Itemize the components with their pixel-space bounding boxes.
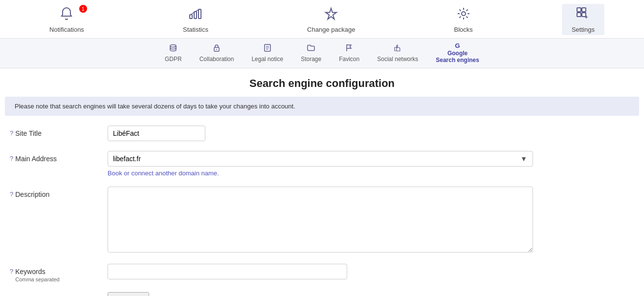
nav-blocks[interactable]: Blocks (444, 4, 483, 35)
subnav-gdpr-label: GDPR (165, 56, 182, 63)
site-title-label: ? Site Title (10, 126, 108, 137)
svg-rect-4 (577, 8, 581, 12)
thumb-icon (393, 43, 402, 55)
keywords-row: ? Keywords Comma separated (10, 264, 634, 282)
svg-rect-1 (194, 12, 197, 19)
logo-row: ? Logo Parcourir... Aucun fichier sélect… (10, 292, 634, 296)
description-help-icon[interactable]: ? (10, 190, 13, 198)
settings-grid-icon (575, 6, 591, 25)
description-textarea[interactable] (108, 187, 533, 253)
folder-icon (307, 43, 315, 55)
keywords-field (108, 264, 634, 279)
nav-statistics-label: Statistics (183, 26, 208, 33)
nav-change-package-label: Change package (307, 26, 355, 33)
svg-point-11 (216, 49, 217, 50)
notice-bar: Please note that search engines will tak… (5, 97, 639, 116)
keywords-input[interactable] (108, 264, 347, 279)
gear-icon (456, 6, 471, 25)
form-container: ? Site Title ? Main Address libefact.fr … (0, 126, 644, 296)
subnav-google-search-engines[interactable]: G GoogleSearch engines (427, 41, 488, 66)
svg-point-9 (170, 45, 176, 47)
keywords-help-icon[interactable]: ? (10, 268, 13, 275)
site-title-field (108, 126, 634, 141)
main-address-field: libefact.fr ▼ Book or connect another do… (108, 151, 634, 177)
main-address-select[interactable]: libefact.fr (108, 151, 533, 167)
google-icon: G (455, 42, 460, 49)
subnav-google-label: GoogleSearch engines (436, 50, 479, 64)
file-browse-row: Parcourir... Aucun fichier sélectionné. (108, 292, 634, 296)
keywords-sub-label: Comma separated (15, 276, 60, 282)
subnav-storage-label: Storage (301, 56, 321, 63)
subnav-collaboration-label: Collaboration (200, 56, 234, 63)
svg-point-8 (586, 17, 587, 18)
page-title: Search engine configuration (0, 68, 644, 97)
site-title-help-icon[interactable]: ? (10, 129, 13, 137)
nav-settings-label: Settings (572, 26, 595, 33)
bell-icon (59, 6, 74, 25)
description-label: ? Description (10, 187, 108, 198)
subnav-collaboration[interactable]: Collaboration (191, 42, 243, 64)
subnav-gdpr[interactable]: GDPR (156, 42, 191, 64)
subnav-legal-notice-label: Legal notice (251, 56, 283, 63)
star-icon (323, 6, 339, 25)
doc-icon (263, 43, 272, 55)
nav-blocks-label: Blocks (454, 26, 473, 33)
site-title-input[interactable] (108, 126, 205, 141)
nav-statistics[interactable]: Statistics (173, 4, 218, 35)
svg-rect-5 (582, 8, 586, 12)
book-domain-link[interactable]: Book or connect another domain name. (108, 169, 219, 177)
svg-rect-6 (577, 13, 581, 17)
nav-change-package[interactable]: Change package (297, 4, 365, 35)
chart-icon (188, 6, 203, 25)
browse-button[interactable]: Parcourir... (108, 292, 149, 296)
nav-notifications-label: Notifications (49, 26, 84, 33)
subnav-social-networks-label: Social networks (377, 56, 418, 63)
site-title-row: ? Site Title (10, 126, 634, 141)
description-field (108, 187, 634, 254)
main-address-help-icon[interactable]: ? (10, 155, 13, 162)
db-icon (169, 43, 178, 55)
subnav-favicon[interactable]: Favicon (330, 42, 368, 64)
svg-rect-0 (190, 15, 192, 19)
svg-rect-2 (199, 9, 201, 19)
subnav-social-networks[interactable]: Social networks (368, 42, 427, 64)
top-navigation: 1 Notifications Statistics Change packag… (0, 0, 644, 39)
subnav-favicon-label: Favicon (339, 56, 359, 63)
nav-notifications[interactable]: 1 Notifications (40, 4, 94, 35)
description-row: ? Description (10, 187, 634, 254)
flag-icon (345, 43, 354, 55)
notification-badge: 1 (79, 5, 87, 13)
sub-navigation: GDPR Collaboration Legal notice Storage (0, 39, 644, 68)
main-address-select-wrap: libefact.fr ▼ (108, 151, 533, 167)
svg-point-3 (462, 12, 466, 16)
nav-settings[interactable]: Settings (562, 4, 604, 35)
subnav-legal-notice[interactable]: Legal notice (243, 42, 292, 64)
main-address-label: ? Main Address (10, 151, 108, 163)
lock-icon (212, 43, 221, 55)
logo-field: Parcourir... Aucun fichier sélectionné. … (108, 292, 634, 296)
keywords-label: ? Keywords Comma separated (10, 264, 108, 282)
main-address-row: ? Main Address libefact.fr ▼ Book or con… (10, 151, 634, 177)
svg-rect-7 (582, 13, 586, 17)
subnav-storage[interactable]: Storage (292, 42, 330, 64)
logo-label: ? Logo (10, 292, 108, 296)
svg-rect-13 (395, 47, 397, 51)
